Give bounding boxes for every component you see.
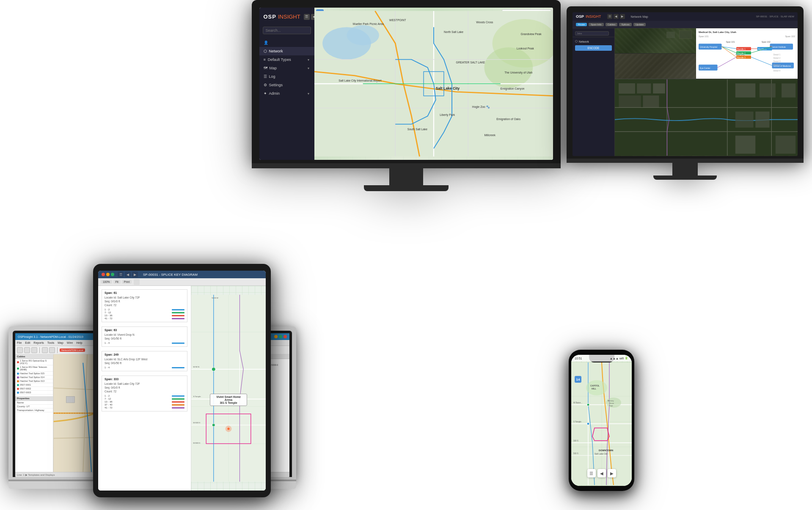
menu-edit[interactable]: Edit bbox=[25, 341, 30, 344]
sidebar-item-settings[interactable]: ⚙ Settings bbox=[259, 81, 314, 89]
svg-text:Detail 4: Detail 4 bbox=[773, 64, 780, 66]
svg-point-86 bbox=[587, 403, 589, 406]
range-label-4b: 7 - 12 bbox=[105, 398, 111, 400]
sidebar-item-map[interactable]: 🗺 Map ▼ bbox=[259, 64, 314, 72]
svg-point-4 bbox=[347, 25, 379, 45]
tablet-toolbar: 100% Fit Print bbox=[98, 278, 266, 286]
right-forward-icon[interactable]: ▶ bbox=[620, 14, 625, 19]
svg-text:Emigration of Oaks: Emigration of Oaks bbox=[496, 118, 521, 121]
fiber-span-labels: Span 101 Span 102 bbox=[699, 35, 795, 38]
svg-line-119 bbox=[718, 57, 737, 68]
toolbar-btn-1[interactable] bbox=[17, 347, 23, 353]
svg-rect-125 bbox=[643, 96, 659, 107]
close-btn[interactable] bbox=[284, 335, 287, 338]
cable-row-1[interactable]: 1 Servo RS Optical-Exp S (432 F) bbox=[15, 359, 53, 365]
phone-tool-btn-2[interactable]: ◀ bbox=[597, 469, 606, 477]
toolbar-btn-4[interactable] bbox=[42, 347, 48, 353]
cable-label-8: 0507-0003 bbox=[20, 391, 31, 394]
cable-row-8[interactable]: 0507-0003 bbox=[15, 391, 53, 395]
cable-row-3[interactable]: Hatchet Trail Splice 015 bbox=[15, 372, 53, 376]
close-button[interactable] bbox=[102, 273, 105, 276]
tablet-map-svg: W 90 N S Temple W 600 S W 800 S N 400 W bbox=[191, 286, 266, 491]
cable-row-4[interactable]: Hatchet Trail Splice 014 bbox=[15, 376, 53, 379]
right-monitor-stand-neck bbox=[672, 163, 698, 175]
toolbar-icon-1[interactable] bbox=[134, 279, 140, 285]
menu-tools[interactable]: Tools bbox=[47, 341, 54, 344]
right-sidebar-search bbox=[573, 30, 614, 37]
tablet-map-panel: W 90 N S Temple W 600 S W 800 S N 400 W bbox=[191, 286, 266, 491]
right-logo-osp: OSP bbox=[576, 14, 584, 19]
svg-text:HILL: HILL bbox=[592, 387, 596, 390]
back-icon[interactable]: ◀ bbox=[125, 271, 131, 277]
menu-map[interactable]: Map bbox=[58, 341, 63, 344]
right-encode-btn[interactable]: ENCODE bbox=[575, 45, 612, 51]
right-btn-route[interactable]: Route bbox=[576, 23, 587, 26]
toolbar-record[interactable]: NetworkPDM-Local bbox=[60, 348, 85, 352]
svg-text:Detail 1: Detail 1 bbox=[773, 54, 780, 56]
cable-label-3: Hatchet Trail Splice 015 bbox=[20, 372, 44, 375]
search-input[interactable] bbox=[263, 27, 311, 34]
phone-tool-btn-3[interactable]: ▶ bbox=[608, 469, 616, 477]
right-menu-icon[interactable]: ☰ bbox=[607, 14, 612, 19]
range-label-1a: 1 - 2 bbox=[105, 308, 110, 311]
svg-text:Grandview Peak: Grandview Peak bbox=[520, 33, 542, 36]
svg-text:S Temple: S Temple bbox=[193, 395, 201, 398]
svg-rect-122 bbox=[637, 83, 651, 93]
minimize-button[interactable] bbox=[106, 273, 110, 276]
right-btn-span[interactable]: Span Info bbox=[589, 23, 604, 26]
phone-tool-btn-1[interactable]: ☰ bbox=[587, 469, 596, 477]
toolbar-print[interactable]: Print bbox=[122, 280, 132, 284]
menu-icon[interactable]: ☰ bbox=[118, 271, 124, 277]
forward-icon[interactable]: ▶ bbox=[132, 271, 138, 277]
right-nav-network[interactable]: ⬡ Network bbox=[575, 38, 612, 44]
right-btn-splices[interactable]: Splices bbox=[619, 23, 631, 26]
right-btn-update[interactable]: Update bbox=[633, 23, 646, 26]
svg-point-60 bbox=[227, 428, 229, 430]
right-back-icon[interactable]: ◀ bbox=[614, 14, 619, 19]
phone-ui: 10:51 ▲▲▲ wifi 🔋 bbox=[571, 355, 632, 486]
settings-icon: ⚙ bbox=[264, 83, 267, 87]
sat-map-svg bbox=[615, 79, 798, 156]
satellite-strips bbox=[615, 28, 696, 79]
prop-row-2: County: UT bbox=[15, 405, 53, 409]
cable-row-6[interactable]: 0507-0001 bbox=[15, 383, 53, 387]
panel-header-props: Properties bbox=[15, 396, 53, 401]
fiber-diagram: Medical Dr, Salt Lake City, Utah Span 10… bbox=[696, 28, 798, 79]
svg-point-87 bbox=[587, 422, 589, 425]
right-btn-cables[interactable]: Cables bbox=[606, 23, 618, 26]
logo-insight: INSIGHT bbox=[278, 14, 300, 20]
toolbar-fit[interactable]: Fit bbox=[113, 280, 121, 284]
sidebar-item-admin[interactable]: ✦ Admin ▼ bbox=[259, 89, 314, 98]
cable-row-2[interactable]: 1 Servo RS Fiber Telecom (864B) bbox=[15, 365, 53, 372]
cable-label-6: 0507-0001 bbox=[20, 384, 31, 386]
svg-text:Woods Cross: Woods Cross bbox=[476, 21, 493, 24]
sidebar-item-default-types[interactable]: ≡ Default Types ▼ bbox=[259, 55, 314, 64]
nav-icon-1[interactable]: ☰ bbox=[304, 14, 310, 20]
toolbar-btn-2[interactable] bbox=[24, 347, 30, 353]
sidebar-item-network[interactable]: ⬡ Network bbox=[259, 47, 314, 55]
toolbar-btn-5[interactable] bbox=[49, 347, 55, 353]
svg-text:300 S: 300 S bbox=[573, 440, 578, 442]
right-content: ⬡ Network ENCODE bbox=[573, 28, 798, 156]
menu-wire[interactable]: Wire bbox=[67, 341, 73, 344]
span-label-102: Span 102 bbox=[785, 35, 795, 38]
svg-text:Grove: Grove bbox=[609, 402, 614, 404]
toolbar-btn-3[interactable] bbox=[31, 347, 37, 353]
sidebar-item-log[interactable]: ☰ Log bbox=[259, 72, 314, 81]
menu-file[interactable]: File bbox=[17, 341, 22, 344]
osp-right-titlebar: OSP INSIGHT ☰ ◀ ▶ Network Map SP-00031 ·… bbox=[573, 12, 798, 21]
maximize-btn[interactable] bbox=[279, 335, 282, 338]
menu-help[interactable]: Help bbox=[76, 341, 82, 344]
cable-row-5[interactable]: Hatchet Trail Splice 013 bbox=[15, 379, 53, 383]
toolbar-zoom[interactable]: 100% bbox=[101, 280, 112, 284]
menu-reports[interactable]: Reports bbox=[33, 341, 44, 344]
splice-entry-4: Span: 333 Locate Id: Salt Lake City 72F … bbox=[102, 376, 187, 411]
svg-rect-38 bbox=[66, 396, 75, 403]
svg-text:W Baton...: W Baton... bbox=[573, 402, 582, 404]
minimize-btn[interactable] bbox=[274, 335, 278, 338]
maximize-button[interactable] bbox=[111, 273, 114, 276]
cable-row-7[interactable]: 0507-0002 bbox=[15, 387, 53, 391]
right-search-input[interactable] bbox=[575, 31, 609, 36]
cable-dot-3 bbox=[17, 373, 19, 375]
sidebar-user[interactable]: 👤 bbox=[259, 38, 314, 47]
